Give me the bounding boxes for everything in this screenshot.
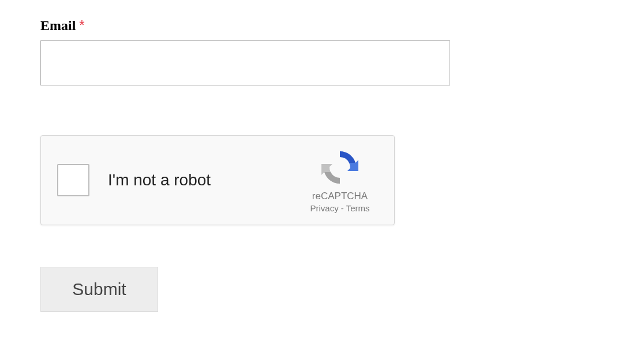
recaptcha-branding: reCAPTCHA Privacy - Terms	[299, 148, 380, 213]
email-field[interactable]	[40, 40, 450, 85]
email-label-text: Email	[40, 18, 76, 33]
recaptcha-label: I'm not a robot	[108, 171, 299, 189]
recaptcha-terms-link[interactable]: Terms	[346, 203, 370, 213]
recaptcha-checkbox[interactable]	[57, 164, 89, 196]
recaptcha-privacy-link[interactable]: Privacy	[310, 203, 338, 213]
recaptcha-links: Privacy - Terms	[310, 203, 369, 213]
email-label: Email *	[40, 17, 604, 33]
required-asterisk: *	[79, 17, 84, 33]
recaptcha-brand-text: reCAPTCHA	[312, 191, 368, 202]
recaptcha-link-separator: -	[339, 203, 346, 213]
recaptcha-icon	[320, 148, 360, 187]
recaptcha-widget: I'm not a robot reCAPTCHA Privacy - Term…	[40, 135, 395, 225]
form-container: Email * I'm not a robot reCAPTCHA Privac…	[40, 17, 604, 312]
submit-button[interactable]: Submit	[40, 267, 158, 312]
